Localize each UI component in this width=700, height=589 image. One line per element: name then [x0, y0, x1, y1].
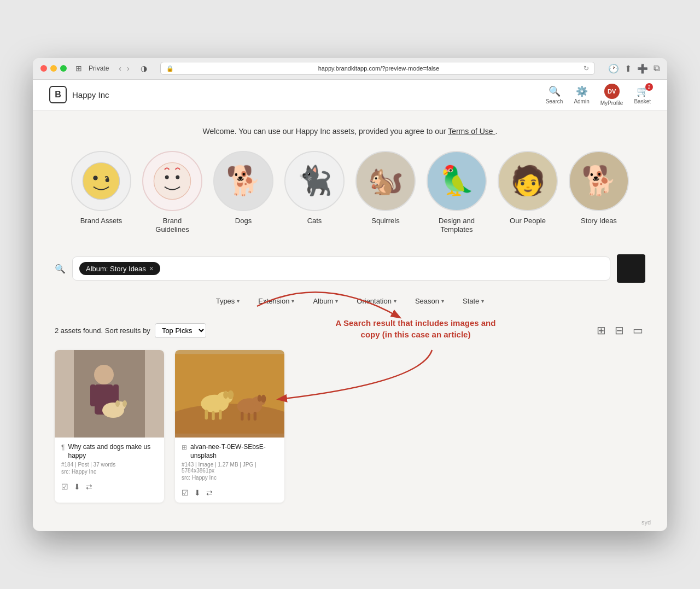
- category-dogs[interactable]: 🐕 Dogs: [213, 151, 273, 235]
- svg-point-4: [165, 175, 169, 179]
- lock-icon: 🔒: [166, 65, 174, 72]
- filter-bar: Types ▾ Extension ▾ Album ▾ Orientation …: [49, 294, 651, 308]
- close-button[interactable]: [40, 65, 47, 72]
- basket-action[interactable]: 🛒 2 Basket: [634, 85, 651, 104]
- category-squirrels[interactable]: 🐿️ Squirrels: [355, 151, 416, 235]
- search-icon: 🔍: [549, 85, 561, 97]
- app-name: Happy Inc: [72, 90, 109, 100]
- svg-point-0: [83, 162, 119, 199]
- asset-title-1: Why cats and dogs make us happy: [68, 443, 158, 460]
- search-annotation-container: 🔍 Album: Story Ideas × Types ▾ Extension: [49, 254, 651, 503]
- filter-extension[interactable]: Extension ▾: [250, 294, 302, 308]
- category-label-squirrels: Squirrels: [371, 217, 399, 226]
- header-actions: 🔍 Search ⚙️ Admin DV MyProfile 🛒 2 Baske…: [546, 84, 651, 106]
- category-label-story-ideas: Story Ideas: [581, 217, 617, 226]
- search-bar[interactable]: Album: Story Ideas ×: [72, 256, 610, 281]
- search-section: 🔍 Album: Story Ideas ×: [49, 254, 651, 283]
- results-count: 2 assets found. Sort results by: [55, 326, 150, 335]
- filter-season[interactable]: Season ▾: [407, 294, 452, 308]
- sort-select[interactable]: Top Picks Newest Oldest A-Z Z-A: [155, 323, 206, 338]
- share-icon-1[interactable]: ⇄: [86, 482, 92, 491]
- category-label-dogs: Dogs: [235, 217, 252, 226]
- sidebar-toggle-icon[interactable]: ⊞: [75, 64, 82, 73]
- category-circle-dogs: 🐕: [213, 151, 273, 211]
- filter-album[interactable]: Album ▾: [305, 294, 346, 308]
- grid-small-icon[interactable]: ⊞: [594, 322, 608, 339]
- view-mode-box[interactable]: [617, 254, 645, 283]
- filter-season-chevron: ▾: [441, 298, 444, 304]
- grid-large-icon[interactable]: ⊟: [612, 322, 626, 339]
- design-emoji: 🦜: [439, 164, 475, 197]
- svg-rect-21: [205, 410, 208, 419]
- clock-icon[interactable]: 🕐: [608, 63, 619, 74]
- asset-meta1-1: #184 | Post | 37 words: [61, 462, 158, 468]
- traffic-lights: [40, 65, 67, 72]
- share-icon-2[interactable]: ⇄: [206, 488, 213, 497]
- search-tag-album[interactable]: Album: Story Ideas ×: [79, 262, 160, 275]
- filter-types[interactable]: Types ▾: [208, 294, 248, 308]
- admin-action[interactable]: ⚙️ Admin: [574, 85, 589, 104]
- download-icon-1[interactable]: ⬇: [74, 482, 80, 491]
- category-circle-story-ideas: 🐕: [569, 151, 629, 211]
- logo-letter: B: [55, 90, 61, 100]
- filter-types-label: Types: [216, 297, 235, 305]
- filter-state[interactable]: State ▾: [455, 294, 492, 308]
- svg-rect-22: [212, 411, 214, 420]
- category-brand-guidelines[interactable]: Brand Guidelines: [142, 151, 202, 235]
- filter-season-label: Season: [415, 297, 439, 305]
- results-bar: 2 assets found. Sort results by Top Pick…: [49, 322, 651, 339]
- select-icon-1[interactable]: ☑: [61, 482, 68, 491]
- category-brand-assets[interactable]: Brand Assets: [71, 151, 131, 235]
- back-arrow[interactable]: ‹: [116, 63, 124, 74]
- asset-title-row-1: ¶ Why cats and dogs make us happy: [61, 443, 158, 460]
- tabs-icon[interactable]: ⧉: [654, 63, 660, 73]
- svg-point-16: [175, 404, 284, 438]
- filter-album-chevron: ▾: [335, 298, 338, 304]
- select-icon-2[interactable]: ☑: [182, 488, 189, 497]
- category-label-cats: Cats: [307, 217, 322, 226]
- welcome-text-end: .: [495, 127, 498, 136]
- filter-state-chevron: ▾: [481, 298, 484, 304]
- category-cats[interactable]: 🐈‍⬛ Cats: [284, 151, 345, 235]
- url-bar[interactable]: 🔒 happy.brandkitapp.com/?preview-mode=fa…: [160, 62, 595, 75]
- filter-types-chevron: ▾: [237, 298, 240, 304]
- category-design-templates[interactable]: 🦜 Design and Templates: [427, 151, 487, 235]
- filter-extension-label: Extension: [258, 297, 289, 305]
- filter-album-label: Album: [313, 297, 333, 305]
- minimize-button[interactable]: [50, 65, 57, 72]
- svg-point-13: [122, 400, 127, 407]
- asset-thumb-1: [55, 350, 164, 438]
- category-story-ideas[interactable]: 🐕 Story Ideas: [569, 151, 629, 235]
- asset-info-2: ⊞ alvan-nee-T-0EW-SEbsE-unsplash #143 | …: [175, 438, 284, 485]
- terms-of-use-link[interactable]: Terms of Use: [448, 127, 495, 136]
- filter-orientation[interactable]: Orientation ▾: [349, 294, 404, 308]
- filter-orientation-label: Orientation: [357, 297, 392, 305]
- share-icon[interactable]: ⬆: [625, 63, 632, 74]
- gear-icon: ⚙️: [576, 85, 588, 97]
- asset-card-1[interactable]: ¶ Why cats and dogs make us happy #184 |…: [55, 350, 164, 503]
- list-view-icon[interactable]: ▭: [631, 322, 645, 339]
- category-label-our-people: Our People: [510, 217, 546, 226]
- forward-arrow[interactable]: ›: [125, 63, 132, 74]
- maximize-button[interactable]: [60, 65, 67, 72]
- svg-rect-30: [254, 412, 256, 421]
- app-logo[interactable]: B: [49, 86, 67, 103]
- asset-grid: ¶ Why cats and dogs make us happy #184 |…: [49, 350, 651, 503]
- asset-title-row-2: ⊞ alvan-nee-T-0EW-SEbsE-unsplash: [182, 443, 278, 460]
- search-tag-close[interactable]: ×: [149, 264, 154, 273]
- refresh-icon[interactable]: ↻: [584, 65, 589, 72]
- asset-thumb-2: [175, 350, 284, 438]
- asset-card-2[interactable]: ⊞ alvan-nee-T-0EW-SEbsE-unsplash #143 | …: [175, 350, 284, 503]
- basket-badge: 2: [645, 83, 653, 91]
- filter-orientation-chevron: ▾: [394, 298, 396, 304]
- download-icon-2[interactable]: ⬇: [194, 488, 201, 497]
- myprofile-action[interactable]: DV MyProfile: [600, 84, 623, 106]
- admin-label: Admin: [574, 98, 589, 104]
- search-action[interactable]: 🔍 Search: [546, 85, 563, 104]
- svg-point-1: [93, 176, 97, 180]
- new-tab-icon[interactable]: ➕: [637, 63, 648, 74]
- welcome-banner: Welcome. You can use our Happy Inc asset…: [49, 127, 651, 136]
- category-our-people[interactable]: 🧑 Our People: [498, 151, 558, 235]
- story-emoji: 🐕: [581, 164, 617, 197]
- asset-meta2-2: src: Happy Inc: [182, 475, 278, 481]
